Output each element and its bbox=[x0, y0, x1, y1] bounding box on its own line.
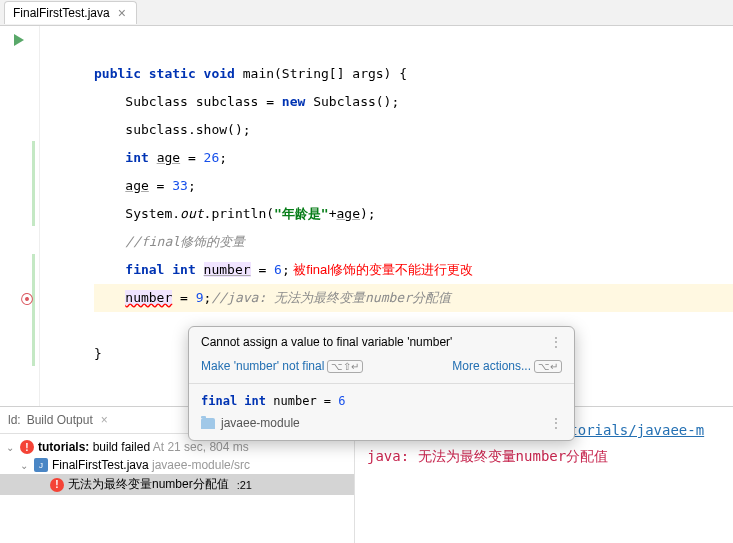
java-file-icon: J bbox=[34, 458, 48, 472]
variable: age bbox=[125, 178, 148, 193]
panel-title: Build Output bbox=[27, 413, 93, 427]
string: "年龄是" bbox=[274, 206, 329, 221]
close-icon[interactable]: × bbox=[101, 413, 108, 427]
popup-code-preview: final int number = 6 bbox=[189, 384, 574, 414]
number: 26 bbox=[204, 150, 220, 165]
variable: age bbox=[337, 206, 360, 221]
editor-tab[interactable]: FinalFirstTest.java × bbox=[4, 1, 137, 24]
annotation: 被final修饰的变量不能进行更改 bbox=[290, 262, 473, 277]
number: 9 bbox=[196, 290, 204, 305]
keyword: final bbox=[125, 262, 164, 277]
error-message: 无法为最终变量number分配值 bbox=[68, 476, 229, 493]
compiler-error: java: 无法为最终变量number分配值 bbox=[367, 443, 721, 469]
code-text: Subclass subclass = bbox=[125, 94, 282, 109]
keyword: void bbox=[204, 66, 235, 81]
comment: //java: 无法为最终变量number分配值 bbox=[211, 290, 451, 305]
code-text: main(String[] args) { bbox=[235, 66, 407, 81]
folder-icon bbox=[201, 418, 215, 429]
vcs-change-bar bbox=[32, 254, 35, 366]
gutter: ⦿ bbox=[0, 26, 40, 406]
more-icon[interactable]: ⋮ bbox=[550, 339, 562, 345]
code-text: subclass.show(); bbox=[125, 122, 250, 137]
variable: number bbox=[204, 262, 251, 277]
keyword: public bbox=[94, 66, 141, 81]
popup-title: Cannot assign a value to final variable … bbox=[201, 335, 452, 349]
error-icon: ! bbox=[20, 440, 34, 454]
error-variable: number bbox=[125, 290, 172, 305]
quick-fix-link[interactable]: Make 'number' not final⌥⇧↵ bbox=[201, 359, 363, 373]
shortcut-icon: ⌥⇧↵ bbox=[327, 360, 363, 373]
keyword: int bbox=[125, 150, 148, 165]
run-icon[interactable] bbox=[14, 34, 24, 46]
chevron-down-icon[interactable]: ⌄ bbox=[4, 442, 16, 453]
build-time: At 21 sec, 804 ms bbox=[153, 440, 249, 454]
fold-gutter bbox=[40, 26, 94, 406]
keyword: new bbox=[282, 94, 305, 109]
shortcut-icon: ⌥↵ bbox=[534, 360, 562, 373]
comment: //final修饰的变量 bbox=[125, 234, 245, 249]
error-icon: ! bbox=[50, 478, 64, 492]
editor-area: ⦿ public static void main(String[] args)… bbox=[0, 26, 733, 406]
field: out bbox=[180, 206, 203, 221]
tree-row-file[interactable]: ⌄ J FinalFirstTest.java javaee-module/sr… bbox=[0, 456, 354, 474]
number: 6 bbox=[274, 262, 282, 277]
keyword: static bbox=[149, 66, 196, 81]
error-popup: Cannot assign a value to final variable … bbox=[188, 326, 575, 441]
tab-filename: FinalFirstTest.java bbox=[13, 6, 110, 20]
close-icon[interactable]: × bbox=[118, 6, 126, 20]
line-number-badge: :21 bbox=[233, 479, 256, 491]
code-text: } bbox=[94, 346, 102, 361]
tab-bar: FinalFirstTest.java × bbox=[0, 0, 733, 26]
keyword: int bbox=[172, 262, 195, 277]
chevron-down-icon[interactable]: ⌄ bbox=[18, 460, 30, 471]
more-actions-link[interactable]: More actions...⌥↵ bbox=[452, 359, 562, 373]
vcs-change-bar bbox=[32, 141, 35, 226]
module-name: javaee-module bbox=[221, 416, 300, 430]
tree-row-error[interactable]: ! 无法为最终变量number分配值 :21 bbox=[0, 474, 354, 495]
code-text: Subclass(); bbox=[305, 94, 399, 109]
number: 33 bbox=[172, 178, 188, 193]
error-icon[interactable]: ⦿ bbox=[20, 291, 34, 307]
variable: age bbox=[157, 150, 180, 165]
more-icon[interactable]: ⋮ bbox=[550, 420, 562, 426]
